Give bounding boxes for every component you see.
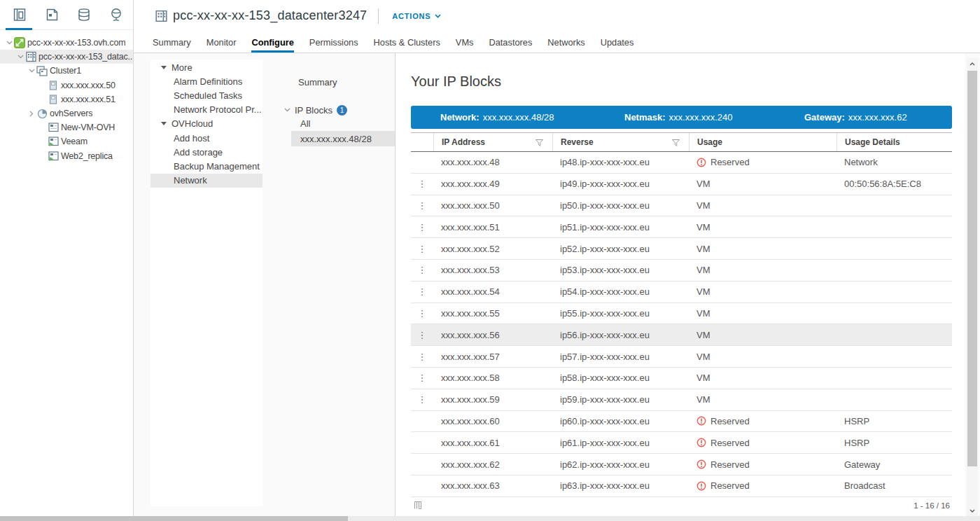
nav-storage[interactable] (68, 0, 100, 29)
table-row-xxx-xxx-xxx-57[interactable]: ⋮xxx.xxx.xxx.57ip57.ip-xxx-xxx-xxx.euVM (411, 346, 952, 368)
tab-datastores[interactable]: Datastores (489, 32, 532, 53)
nav-hosts-and-clusters[interactable] (4, 0, 36, 29)
reserved-error-icon (696, 438, 706, 447)
table-row-xxx-xxx-xxx-50[interactable]: ⋮xxx.xxx.xxx.50ip50.ip-xxx-xxx-xxx.euVM (411, 195, 952, 217)
scroll-up-icon[interactable] (967, 58, 978, 69)
config-item-network-protocol-pr[interactable]: Network Protocol Pr... (150, 103, 262, 117)
table-row-xxx-xxx-xxx-55[interactable]: ⋮xxx.xxx.xxx.55ip55.ip-xxx-xxx-xxx.euVM (411, 303, 952, 325)
tree-item-cluster1[interactable]: Cluster1 (0, 64, 133, 78)
config-item-backup-management[interactable]: Backup Management (150, 159, 262, 173)
row-menu-icon[interactable]: ⋮ (411, 368, 433, 389)
config-item-network[interactable]: Network (150, 174, 262, 188)
vertical-scrollbar-thumb[interactable] (967, 71, 977, 466)
table-row-xxx-xxx-xxx-52[interactable]: ⋮xxx.xxx.xxx.52ip52.ip-xxx-xxx-xxx.euVM (411, 238, 952, 260)
chevron-down-icon[interactable] (284, 108, 290, 112)
ip-block-summary-bar: Network:xxx.xxx.xxx.48/28Netmask:xxx.xxx… (411, 106, 952, 129)
row-menu-icon[interactable]: ⋮ (411, 174, 433, 195)
usage-label: Reserved (710, 157, 750, 167)
tree-item-web2-replica[interactable]: Web2_replica (0, 149, 133, 163)
tab-hosts-clusters[interactable]: Hosts & Clusters (374, 32, 440, 53)
table-row-xxx-xxx-xxx-59[interactable]: ⋮xxx.xxx.xxx.59ip59.ip-xxx-xxx-xxx.euVM (411, 389, 952, 411)
tree-item-pcc-xx-xx-xx-153-ovh-com[interactable]: pcc-xx-xx-xx-153.ovh.com (0, 36, 133, 50)
table-row-xxx-xxx-xxx-51[interactable]: ⋮xxx.xxx.xxx.51ip51.ip-xxx-xxx-xxx.euVM (411, 216, 952, 238)
tab-configure[interactable]: Configure (251, 32, 293, 53)
cell-usage-details (836, 282, 952, 303)
horizontal-scrollbar[interactable] (0, 516, 980, 521)
row-menu-icon[interactable]: ⋮ (411, 303, 433, 324)
tree-item-pcc-xx-xx-xx-153-datac[interactable]: pcc-xx-xx-xx-153_datac... (0, 50, 133, 64)
tree-item-xxx-xxx-xxx-50[interactable]: xxx.xxx.xxx.50 (0, 78, 133, 92)
row-menu-icon[interactable]: ⋮ (411, 282, 433, 303)
tree-item-new-vm-ovh[interactable]: New-VM-OVH (0, 120, 133, 134)
scroll-down-icon[interactable] (967, 505, 978, 516)
config-item-alarm-definitions[interactable]: Alarm Definitions (150, 74, 262, 88)
tab-networks[interactable]: Networks (547, 32, 584, 53)
column-settings-icon[interactable] (414, 501, 423, 509)
cell-ip-address: xxx.xxx.xxx.57 (433, 346, 552, 367)
config-item-add-host[interactable]: Add host (150, 131, 262, 145)
tree-item-label: pcc-xx-xx-xx-153.ovh.com (25, 38, 125, 48)
table-row-xxx-xxx-xxx-53[interactable]: ⋮xxx.xxx.xxx.53ip53.ip-xxx-xxx-xxx.euVM (411, 260, 952, 282)
nav-vms-and-templates[interactable] (36, 0, 68, 29)
row-menu-icon[interactable]: ⋮ (411, 346, 433, 367)
table-row-xxx-xxx-xxx-49[interactable]: ⋮xxx.xxx.xxx.49ip49.ip-xxx-xxx-xxx.euVM0… (411, 174, 952, 195)
filter-icon[interactable] (672, 139, 680, 146)
configure-nav: MoreAlarm DefinitionsScheduled TasksNetw… (150, 60, 262, 506)
row-menu-icon[interactable]: ⋮ (411, 260, 433, 281)
usage-label: VM (696, 222, 710, 232)
table-row-xxx-xxx-xxx-56[interactable]: ⋮xxx.xxx.xxx.56ip56.ip-xxx-xxx-xxx.euVM (411, 324, 952, 346)
row-menu-icon[interactable]: ⋮ (411, 389, 433, 410)
header-cell-ip-address[interactable]: IP Address (433, 133, 552, 151)
table-row-xxx-xxx-xxx-54[interactable]: ⋮xxx.xxx.xxx.54ip54.ip-xxx-xxx-xxx.euVM (411, 282, 952, 303)
header-cell-reverse[interactable]: Reverse (552, 133, 689, 151)
row-menu-icon[interactable]: ⋮ (411, 195, 433, 216)
chevron-down-icon[interactable] (15, 55, 25, 59)
filter-icon[interactable] (536, 139, 543, 146)
tab-updates[interactable]: Updates (601, 32, 634, 53)
config-item-add-storage[interactable]: Add storage (150, 145, 262, 159)
chevron-down-icon[interactable] (27, 69, 36, 73)
table-row-xxx-xxx-xxx-48[interactable]: xxx.xxx.xxx.48ip48.ip-xxx-xxx-xxx.euRese… (411, 152, 952, 174)
usage-label: VM (696, 265, 710, 275)
vm-icon (48, 123, 59, 132)
table-row-xxx-xxx-xxx-63[interactable]: xxx.xxx.xxx.63ip63.ip-xxx-xxx-xxx.euRese… (411, 475, 952, 497)
tree-item-xxx-xxx-xxx-51[interactable]: xxx.xxx.xxx.51 (0, 92, 133, 106)
caret-down-icon (161, 122, 167, 125)
cell-usage: Reserved (689, 411, 836, 432)
table-row-xxx-xxx-xxx-61[interactable]: xxx.xxx.xxx.61ip61.ip-xxx-xxx-xxx.euRese… (411, 432, 952, 454)
vertical-scrollbar[interactable] (967, 58, 978, 516)
chevron-right-icon[interactable] (27, 111, 36, 117)
cell-usage-details: Broadcast (836, 475, 952, 496)
table-row-xxx-xxx-xxx-60[interactable]: xxx.xxx.xxx.60ip60.ip-xxx-xxx-xxx.euRese… (411, 411, 952, 433)
cell-usage-details (836, 238, 952, 259)
tab-monitor[interactable]: Monitor (206, 32, 237, 53)
header-cell-usage-details[interactable]: Usage Details (836, 133, 952, 151)
chevron-down-icon[interactable] (4, 41, 14, 45)
subnav-ip-blocks[interactable]: IP Blocks 1 (284, 103, 347, 117)
column-label: Usage Details (845, 137, 900, 147)
tab-summary[interactable]: Summary (153, 32, 191, 53)
subnav-item-all[interactable]: All (291, 116, 395, 131)
tree-item-veeam[interactable]: Veeam (0, 134, 133, 148)
config-group-more[interactable]: More (150, 60, 262, 74)
tab-permissions[interactable]: Permissions (309, 32, 358, 53)
table-row-xxx-xxx-xxx-58[interactable]: ⋮xxx.xxx.xxx.58ip58.ip-xxx-xxx-xxx.euVM (411, 368, 952, 389)
config-item-scheduled-tasks[interactable]: Scheduled Tasks (150, 88, 262, 102)
row-menu-icon[interactable]: ⋮ (411, 324, 433, 345)
tree-item-ovhservers[interactable]: ovhServers (0, 106, 133, 120)
subnav-item-xxx-xxx-xxx-48-28[interactable]: xxx.xxx.xxx.48/28 (291, 131, 395, 146)
header-cell-usage[interactable]: Usage (689, 133, 836, 151)
nav-networking[interactable] (100, 0, 132, 29)
row-menu-icon[interactable]: ⋮ (411, 216, 433, 237)
usage-label: VM (696, 244, 710, 254)
tree-item-label: Web2_replica (59, 151, 113, 161)
config-group-ovhcloud[interactable]: OVHcloud (150, 117, 262, 131)
horizontal-scrollbar-thumb[interactable] (0, 516, 348, 521)
table-body: xxx.xxx.xxx.48ip48.ip-xxx-xxx-xxx.euRese… (411, 152, 952, 497)
actions-button[interactable]: ACTIONS (392, 12, 441, 20)
tab-vms[interactable]: VMs (456, 32, 474, 53)
cell-usage-details (836, 368, 952, 389)
row-menu-icon[interactable]: ⋮ (411, 238, 433, 259)
subnav-summary[interactable]: Summary (298, 75, 337, 89)
table-row-xxx-xxx-xxx-62[interactable]: xxx.xxx.xxx.62ip62.ip-xxx-xxx-xxx.euRese… (411, 454, 952, 475)
